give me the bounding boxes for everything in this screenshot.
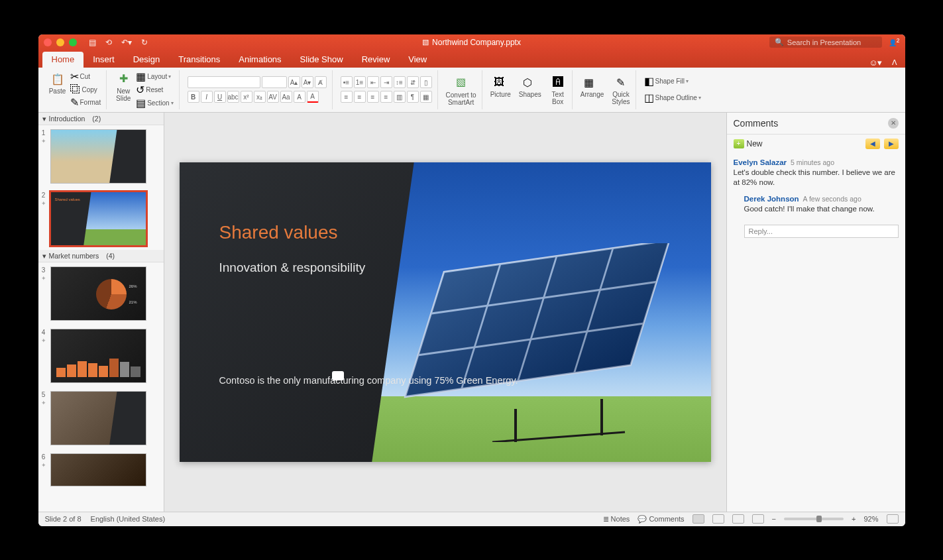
- smartart-small-button[interactable]: ▦: [420, 91, 432, 103]
- paste-button[interactable]: Paste: [49, 87, 66, 95]
- cut-button[interactable]: ✂Cut: [70, 70, 101, 83]
- new-slide-icon[interactable]: ✚: [115, 70, 132, 87]
- search-box[interactable]: 🔍: [769, 36, 882, 48]
- reset-button[interactable]: ↺Reset: [136, 84, 173, 96]
- comment-marker-icon[interactable]: [332, 371, 344, 380]
- italic-button[interactable]: I: [201, 91, 213, 103]
- search-input[interactable]: [787, 38, 879, 46]
- comments-button[interactable]: 💬 Comments: [638, 515, 684, 524]
- comment-reply[interactable]: Derek JohnsonA few seconds ago Good catc…: [744, 195, 899, 215]
- shapes-icon[interactable]: ⬡: [519, 74, 536, 91]
- maximize-window-button[interactable]: [69, 38, 77, 46]
- increase-font-button[interactable]: A▴: [288, 76, 300, 88]
- slide-thumbnail-2[interactable]: Shared values: [50, 192, 146, 246]
- zoom-slider[interactable]: [784, 518, 844, 520]
- sorter-view-button[interactable]: [712, 514, 724, 524]
- indent-button[interactable]: ⇥: [380, 76, 392, 88]
- slideshow-view-button[interactable]: [752, 514, 764, 524]
- slide-thumbnail-5[interactable]: [50, 391, 146, 445]
- close-comments-button[interactable]: ✕: [888, 118, 899, 129]
- tab-review[interactable]: Review: [353, 52, 400, 68]
- section-header[interactable]: ▾ Market numbers (4): [38, 250, 164, 262]
- slide-thumbnails-pane[interactable]: ▾ Introduction (2) 1✦ 2✦ Shared values ▾…: [38, 113, 164, 512]
- highlight-button[interactable]: A: [294, 91, 305, 103]
- slide-subtitle[interactable]: Innovation & responsibility: [219, 259, 518, 276]
- new-comment-button[interactable]: + New: [734, 139, 763, 148]
- save-icon[interactable]: ▤: [89, 38, 96, 47]
- slide[interactable]: Shared values Innovation & responsibilit…: [180, 162, 711, 462]
- arrange-icon[interactable]: ▦: [581, 74, 598, 91]
- align-text-button[interactable]: ▯: [420, 76, 432, 88]
- underline-button[interactable]: U: [214, 91, 226, 103]
- zoom-out-button[interactable]: −: [772, 515, 776, 523]
- font-color-button[interactable]: A: [307, 91, 319, 103]
- redo-icon[interactable]: ↻: [141, 38, 148, 47]
- undo-icon[interactable]: ↶▾: [121, 38, 132, 47]
- slide-canvas[interactable]: Shared values Innovation & responsibilit…: [164, 113, 726, 512]
- slide-counter[interactable]: Slide 2 of 8: [45, 515, 82, 523]
- close-window-button[interactable]: [44, 38, 52, 46]
- format-painter-button[interactable]: ✎Format: [70, 96, 101, 109]
- comment-item[interactable]: Evelyn Salazar5 minutes ago Let's double…: [727, 153, 905, 220]
- zoom-thumb[interactable]: [816, 516, 822, 522]
- tab-insert[interactable]: Insert: [83, 52, 124, 68]
- slide-thumbnail-3[interactable]: 26%21%: [50, 266, 146, 321]
- slide-thumbnail-1[interactable]: [50, 129, 146, 184]
- text-dir2-button[interactable]: ¶: [407, 91, 419, 103]
- tab-transitions[interactable]: Transitions: [169, 52, 229, 68]
- tab-animations[interactable]: Animations: [229, 52, 290, 68]
- bullets-button[interactable]: •≡: [341, 76, 353, 88]
- quick-styles-icon[interactable]: ✎: [612, 74, 629, 91]
- decrease-font-button[interactable]: A▾: [302, 76, 313, 88]
- paste-icon[interactable]: 📋: [49, 70, 66, 87]
- slide-thumbnail-4[interactable]: [50, 329, 146, 383]
- font-size-select[interactable]: [262, 76, 287, 88]
- smartart-icon[interactable]: ▧: [453, 74, 470, 91]
- zoom-level[interactable]: 92%: [863, 515, 878, 523]
- notes-button[interactable]: ≣ Notes: [603, 515, 630, 524]
- new-slide-button[interactable]: New Slide: [116, 87, 131, 102]
- line-spacing-button[interactable]: ↕≡: [394, 76, 406, 88]
- subscript-button[interactable]: x₂: [254, 91, 266, 103]
- section-button[interactable]: ▤Section▾: [136, 97, 173, 109]
- slide-text-content[interactable]: Shared values Innovation & responsibilit…: [219, 222, 518, 388]
- collapse-ribbon-icon[interactable]: ᐱ: [892, 58, 897, 67]
- align-right-button[interactable]: ≡: [367, 91, 379, 103]
- next-comment-button[interactable]: ▶: [884, 139, 899, 149]
- fit-window-button[interactable]: [887, 514, 899, 524]
- outdent-button[interactable]: ⇤: [367, 76, 379, 88]
- quick-styles-button[interactable]: Quick Styles: [612, 91, 630, 105]
- tab-view[interactable]: View: [399, 52, 436, 68]
- user-avatar[interactable]: 👤2: [889, 37, 900, 46]
- numbering-button[interactable]: 1≡: [354, 76, 366, 88]
- autosave-icon[interactable]: ⟲: [105, 38, 112, 47]
- reading-view-button[interactable]: [732, 514, 744, 524]
- section-header[interactable]: ▾ Introduction (2): [38, 113, 164, 125]
- language-indicator[interactable]: English (United States): [91, 515, 166, 523]
- picture-button[interactable]: Picture: [490, 91, 511, 98]
- clear-format-button[interactable]: A̸: [315, 76, 327, 88]
- textbox-icon[interactable]: 🅰: [549, 74, 567, 91]
- bold-button[interactable]: B: [188, 91, 199, 103]
- smiley-icon[interactable]: ☺▾: [869, 58, 882, 68]
- arrange-button[interactable]: Arrange: [581, 91, 604, 98]
- layout-button[interactable]: ▦Layout▾: [136, 70, 173, 83]
- copy-button[interactable]: ⿻Copy: [70, 84, 101, 95]
- tab-design[interactable]: Design: [124, 52, 169, 68]
- slide-body-text[interactable]: Contoso is the only manufacturing compan…: [219, 374, 518, 387]
- align-left-button[interactable]: ≡: [341, 91, 353, 103]
- minimize-window-button[interactable]: [56, 38, 64, 46]
- tab-home[interactable]: Home: [42, 52, 84, 68]
- justify-button[interactable]: ≡: [380, 91, 392, 103]
- zoom-in-button[interactable]: +: [852, 515, 856, 523]
- font-family-select[interactable]: [188, 76, 260, 88]
- tab-slideshow[interactable]: Slide Show: [291, 52, 353, 68]
- normal-view-button[interactable]: [693, 514, 704, 524]
- reply-input[interactable]: Reply...: [744, 225, 899, 238]
- strike-button[interactable]: abc: [227, 91, 239, 103]
- superscript-button[interactable]: x²: [241, 91, 252, 103]
- picture-icon[interactable]: 🖼: [490, 74, 508, 91]
- textbox-button[interactable]: Text Box: [549, 91, 567, 105]
- slide-thumbnail-6[interactable]: [50, 453, 146, 486]
- slide-title[interactable]: Shared values: [219, 222, 518, 243]
